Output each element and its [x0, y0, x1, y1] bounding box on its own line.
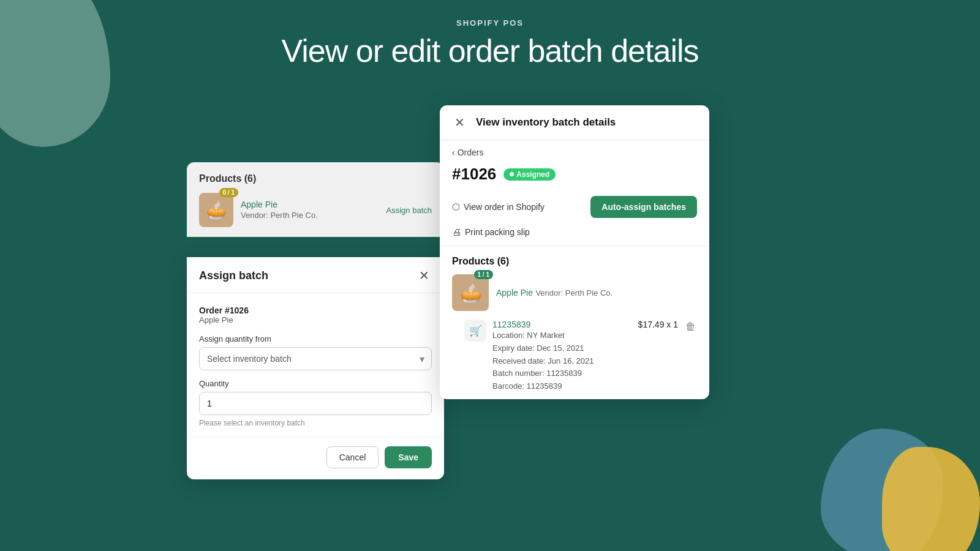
products-panel-header: Products (6)	[199, 173, 432, 184]
batch-received: Received date: Jun 16, 2021	[492, 355, 632, 368]
panel-product-thumbnail: 🥧 1 / 1	[452, 274, 489, 311]
product-thumbnail: 🥧	[199, 193, 233, 227]
panel-product-info: Apple Pie Vendor: Perth Pie Co.	[496, 287, 612, 298]
save-button[interactable]: Save	[385, 446, 432, 468]
cart-icon: 🛒	[469, 324, 482, 337]
quantity-input[interactable]	[199, 392, 432, 415]
qty-label: Quantity	[199, 379, 432, 388]
order-title-row: #1026 Assigned	[440, 162, 709, 192]
breadcrumb: ‹ Orders	[440, 140, 709, 162]
products-panel: Products (6) 🥧 0 / 1 Apple Pie Vendor: P…	[187, 162, 444, 237]
cart-icon-wrap: 🛒	[464, 320, 486, 342]
panel-title: View inventory batch details	[476, 116, 616, 129]
header-area: SHOPIFY POS View or edit order batch det…	[0, 18, 980, 69]
product-quantity-badge: 0 / 1	[219, 188, 238, 197]
cancel-button[interactable]: Cancel	[326, 446, 379, 468]
batch-price: $17.49 x 1	[638, 320, 678, 329]
inventory-panel: ✕ View inventory batch details ‹ Orders …	[440, 105, 709, 399]
page-title: View or edit order batch details	[0, 32, 980, 69]
batch-detail-row: 🛒 11235839 Location: NY Market Expiry da…	[452, 320, 709, 399]
inventory-batch-select[interactable]: Select inventory batch	[199, 347, 432, 370]
assign-batch-modal: Assign batch ✕ Order #1026 Apple Pie Ass…	[187, 257, 444, 479]
status-badge: Assigned	[503, 168, 556, 181]
product-thumbnail-wrap: 🥧 0 / 1	[199, 193, 233, 227]
print-row[interactable]: 🖨 Print packing slip	[440, 224, 709, 246]
action-row: ⬡ View order in Shopify Auto-assign batc…	[440, 192, 709, 224]
product-info: Apple Pie Vendor: Perth Pie Co.	[241, 200, 379, 220]
batch-id-link[interactable]: 11235839	[492, 320, 632, 329]
batch-barcode: Barcode: 11235839	[492, 380, 632, 393]
assign-modal-header: Assign batch ✕	[187, 257, 444, 293]
product-name[interactable]: Apple Pie	[241, 200, 379, 209]
app-subtitle: SHOPIFY POS	[0, 18, 980, 28]
assign-modal-close-button[interactable]: ✕	[417, 268, 432, 283]
order-label: Order #1026	[199, 305, 432, 315]
inventory-panel-header: ✕ View inventory batch details	[440, 105, 709, 140]
panel-product-badge: 1 / 1	[474, 270, 493, 279]
batch-number: Batch number: 11235839	[492, 367, 632, 380]
batch-detail-info: 11235839 Location: NY Market Expiry date…	[492, 320, 632, 393]
view-order-link[interactable]: ⬡ View order in Shopify	[452, 201, 545, 212]
batch-expiry: Expiry date: Dec 15, 2021	[492, 342, 632, 355]
bg-decoration-bottomright-yellow	[882, 447, 980, 551]
panel-product-name[interactable]: Apple Pie	[496, 288, 533, 298]
chevron-left-icon: ‹	[452, 148, 455, 157]
status-dot	[510, 172, 514, 176]
panel-body: ‹ Orders #1026 Assigned ⬡ View order in …	[440, 140, 709, 399]
batch-select-wrapper: Select inventory batch ▾	[199, 347, 432, 370]
assign-modal-title: Assign batch	[199, 269, 268, 282]
status-label: Assigned	[516, 170, 549, 179]
order-number: #1026	[452, 165, 496, 184]
breadcrumb-label: Orders	[458, 148, 484, 157]
panel-close-button[interactable]: ✕	[452, 115, 467, 130]
assign-modal-body: Order #1026 Apple Pie Assign quantity fr…	[187, 293, 444, 427]
product-row: 🥧 0 / 1 Apple Pie Vendor: Perth Pie Co. …	[199, 193, 432, 227]
print-label: Print packing slip	[465, 227, 530, 237]
breadcrumb-link[interactable]: ‹ Orders	[452, 148, 697, 157]
assign-modal-footer: Cancel Save	[187, 437, 444, 479]
assign-qty-label: Assign quantity from	[199, 334, 432, 343]
view-order-icon: ⬡	[452, 201, 460, 212]
auto-assign-button[interactable]: Auto-assign batches	[590, 196, 697, 218]
panel-product-vendor: Vendor: Perth Pie Co.	[535, 288, 612, 298]
delete-batch-button[interactable]: 🗑	[684, 320, 697, 334]
panel-product-row: 🥧 1 / 1 Apple Pie Vendor: Perth Pie Co.	[440, 274, 709, 320]
product-vendor: Vendor: Perth Pie Co.	[241, 211, 318, 220]
view-order-label: View order in Shopify	[464, 202, 545, 212]
printer-icon: 🖨	[452, 227, 461, 237]
order-product-name: Apple Pie	[199, 315, 432, 324]
batch-location: Location: NY Market	[492, 329, 632, 342]
assign-batch-link[interactable]: Assign batch	[386, 206, 432, 215]
field-hint: Please select an inventory batch	[199, 419, 432, 427]
